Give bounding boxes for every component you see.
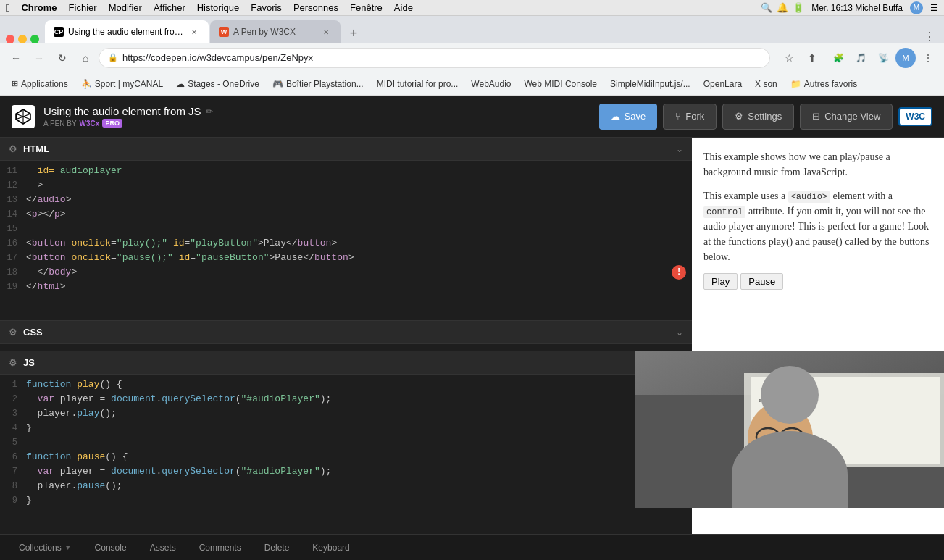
bookmark-midi[interactable]: MIDI tutorial for pro... xyxy=(371,75,464,93)
menu-chrome[interactable]: Chrome xyxy=(21,2,57,13)
svg-point-10 xyxy=(780,428,803,446)
tab-codepen-close[interactable]: ✕ xyxy=(188,26,200,38)
tab-collections[interactable]: Collections ▼ xyxy=(9,538,82,558)
tab-assets[interactable]: Assets xyxy=(140,538,186,558)
svg-rect-4 xyxy=(751,377,940,464)
bookmark-webmidi[interactable]: Web MIDI Console xyxy=(519,75,603,93)
html-panel-title: HTML xyxy=(23,143,49,154)
bookmarks-bar: ⊞ Applications ⛹ Sport | myCANAL ☁ Stage… xyxy=(0,72,944,96)
code-line-15: 15 xyxy=(0,222,692,236)
code-line-13: 13 </audio> xyxy=(0,193,692,207)
tab-w3c[interactable]: W A Pen by W3CX ✕ xyxy=(210,20,341,43)
menu-fichier[interactable]: Fichier xyxy=(69,2,97,13)
user-icon[interactable]: M xyxy=(910,1,923,14)
menu-aide[interactable]: Aide xyxy=(394,2,413,13)
bookmark-openlara[interactable]: OpenLara xyxy=(698,75,748,93)
bookmark-sport[interactable]: ⛹ Sport | myCANAL xyxy=(75,75,169,93)
js-panel-header: ⚙ JS ⌄ xyxy=(0,351,692,375)
tab-w3c-title: A Pen by W3CX xyxy=(233,27,296,37)
bookmark-applications[interactable]: ⊞ Applications xyxy=(6,75,74,93)
extension-btn-3[interactable]: 📡 xyxy=(873,48,893,68)
menu-historique[interactable]: Historique xyxy=(197,2,240,13)
pen-meta: A PEN BY W3Cx PRO xyxy=(43,119,213,128)
extension-btn-1[interactable]: 🧩 xyxy=(828,48,848,68)
menubar-menu-icon[interactable]: ☰ xyxy=(930,3,938,13)
bookmark-stages[interactable]: ☁ Stages - OneDrive xyxy=(170,75,265,93)
window-maximize-btn[interactable] xyxy=(30,35,39,43)
menubar-icons: 🔍🔔🔋 xyxy=(761,2,804,13)
ssl-lock-icon: 🔒 xyxy=(108,53,118,62)
css-panel-settings-icon[interactable]: ⚙ xyxy=(9,327,17,338)
js-panel-title: JS xyxy=(23,357,35,368)
edit-title-icon[interactable]: ✏ xyxy=(206,106,213,117)
js-line-3: 3 player.play(); xyxy=(0,406,692,421)
tab-w3c-close[interactable]: ✕ xyxy=(320,26,332,38)
preview-pause-button[interactable]: Pause xyxy=(740,273,783,290)
js-line-8: 8 player.pause(); xyxy=(0,479,692,493)
forward-button[interactable]: → xyxy=(29,48,49,68)
tab-console[interactable]: Console xyxy=(85,538,137,558)
settings-button[interactable]: ⚙ Settings xyxy=(722,104,794,130)
code-line-18: 18 </body> ! xyxy=(0,265,692,280)
tab-keyboard[interactable]: Keyboard xyxy=(302,538,359,558)
menu-favoris[interactable]: Favoris xyxy=(251,2,282,13)
bookmark-autres[interactable]: 📁 Autres favoris xyxy=(785,75,863,93)
css-panel-collapse-icon[interactable]: ⌄ xyxy=(676,327,683,338)
new-tab-button[interactable]: + xyxy=(343,23,364,43)
html-code-area[interactable]: 11 id= audioplayer 12 > 13 </audio> 14 <… xyxy=(0,161,692,320)
share-button[interactable]: ⬆ xyxy=(802,48,822,68)
url-display: https://codepen.io/w3devcampus/pen/ZeNpy… xyxy=(122,52,313,63)
control-code: control xyxy=(703,206,745,218)
fork-icon: ⑂ xyxy=(675,111,681,122)
audio-code: <audio> xyxy=(788,191,830,203)
bookmark-xson[interactable]: X son xyxy=(749,75,783,93)
back-button[interactable]: ← xyxy=(6,48,26,68)
save-button[interactable]: ☁ Save xyxy=(599,104,658,130)
menu-modifier[interactable]: Modifier xyxy=(109,2,142,13)
apps-icon: ⊞ xyxy=(12,79,18,88)
css-panel-header[interactable]: ⚙ CSS ⌄ xyxy=(0,321,692,344)
main-content: ⚙ HTML ⌄ 11 id= audioplayer 12 > 13 xyxy=(0,138,944,534)
js-panel: ⚙ JS ⌄ 1 function play() { 2 var player … xyxy=(0,351,692,534)
bookmark-star-button[interactable]: ☆ xyxy=(779,48,799,68)
js-line-5: 5 xyxy=(0,435,692,450)
code-line-17: 17 <button onclick="pause();" id="pauseB… xyxy=(0,251,692,265)
menu-fenetre[interactable]: Fenêtre xyxy=(350,2,383,13)
fork-button[interactable]: ⑂ Fork xyxy=(663,104,717,130)
js-code-area[interactable]: 1 function play() { 2 var player = docum… xyxy=(0,375,692,534)
address-bar[interactable]: 🔒 https://codepen.io/w3devcampus/pen/ZeN… xyxy=(99,48,770,68)
bookmark-simplemidi[interactable]: SimpleMidiInput.js/... xyxy=(604,75,696,93)
html-panel-collapse-icon[interactable]: ⌄ xyxy=(676,144,683,154)
apple-menu[interactable]:  xyxy=(6,1,9,14)
pen-title: Using the audio element from JS ✏ xyxy=(43,105,213,117)
reload-button[interactable]: ↻ xyxy=(52,48,72,68)
chrome-addressbar: ← → ↻ ⌂ 🔒 https://codepen.io/w3devcampus… xyxy=(0,43,944,72)
chrome-menu-icon[interactable]: ⋮ xyxy=(924,30,935,43)
html-panel-settings-icon[interactable]: ⚙ xyxy=(9,143,17,154)
js-panel-settings-icon[interactable]: ⚙ xyxy=(9,357,17,368)
change-view-button[interactable]: ⊞ Change View xyxy=(800,104,893,130)
cloud-icon: ☁ xyxy=(176,79,185,89)
bookmark-boitier[interactable]: 🎮 Boîtier Playstation... xyxy=(267,75,369,93)
menubar-right: 🔍🔔🔋 Mer. 16:13 Michel Buffa M ☰ xyxy=(761,1,938,14)
window-close-btn[interactable] xyxy=(6,35,14,43)
chrome-tabbar: CP Using the audio element from... ✕ W A… xyxy=(0,16,944,43)
chrome-more-button[interactable]: ⋮ xyxy=(918,48,938,68)
tab-delete[interactable]: Delete xyxy=(254,538,300,558)
home-button[interactable]: ⌂ xyxy=(75,48,96,68)
tab-comments[interactable]: Comments xyxy=(189,538,251,558)
menu-personnes[interactable]: Personnes xyxy=(293,2,338,13)
menubar-datetime: Mer. 16:13 Michel Buffa xyxy=(811,3,903,13)
extension-btn-2[interactable]: 🎵 xyxy=(851,48,871,68)
code-line-16: 16 <button onclick="play();" id="playBut… xyxy=(0,236,692,251)
webcam-feed: audio play() pause() xyxy=(635,351,944,508)
preview-play-button[interactable]: Play xyxy=(703,273,738,290)
window-minimize-btn[interactable] xyxy=(18,35,27,43)
chrome-profile-button[interactable]: M xyxy=(895,48,916,68)
code-line-14: 14 <p></p> xyxy=(0,207,692,222)
svg-text:audio: audio xyxy=(759,397,773,404)
bookmark-webaudio[interactable]: WebAudio xyxy=(465,75,517,93)
tab-codepen[interactable]: CP Using the audio element from... ✕ xyxy=(45,20,209,43)
html-panel: ⚙ HTML ⌄ 11 id= audioplayer 12 > 13 xyxy=(0,138,692,321)
menu-afficher[interactable]: Afficher xyxy=(154,2,185,13)
